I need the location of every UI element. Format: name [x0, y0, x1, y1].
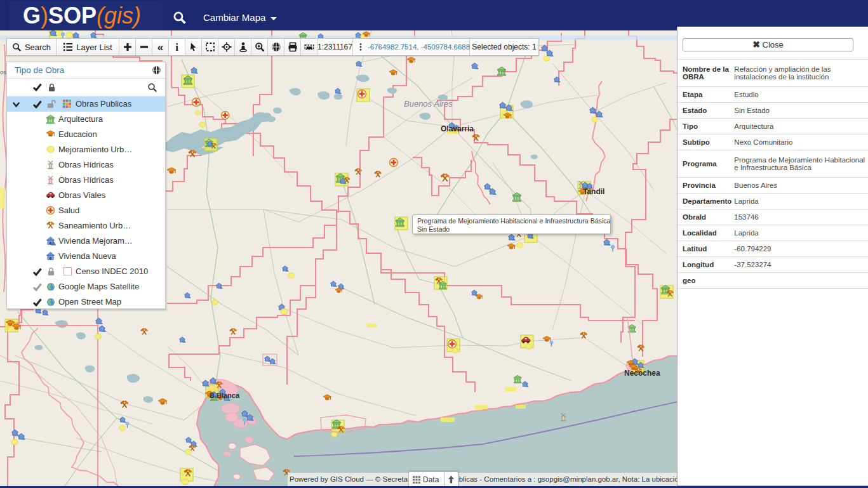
svg-text:Necochea: Necochea: [624, 369, 660, 378]
svg-text:Buenos Aires: Buenos Aires: [404, 99, 453, 109]
svg-text:B.Blanca: B.Blanca: [210, 392, 240, 399]
svg-text:Olavarria: Olavarria: [441, 124, 474, 133]
svg-text:Tandil: Tandil: [583, 187, 604, 196]
